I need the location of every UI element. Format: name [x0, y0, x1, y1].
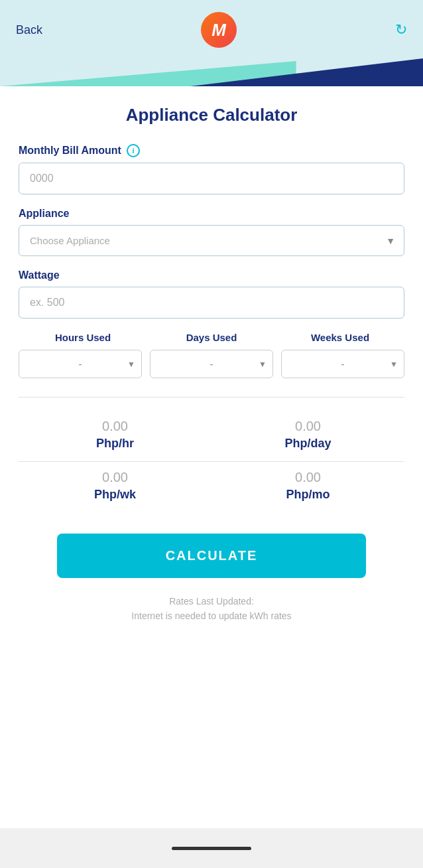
- php-hr-unit: Php/hr: [19, 437, 212, 451]
- php-hr-value: 0.00: [19, 419, 212, 434]
- php-wk-cell: 0.00 Php/wk: [19, 462, 212, 512]
- days-used-label: Days Used: [147, 332, 276, 343]
- app-logo: M: [201, 12, 237, 48]
- php-day-unit: Php/day: [212, 437, 404, 451]
- weeks-used-label: Weeks Used: [276, 332, 404, 343]
- php-mo-value: 0.00: [212, 470, 404, 485]
- home-indicator: [172, 847, 251, 850]
- monthly-bill-label: Monthly Bill Amount i: [19, 144, 404, 157]
- header-wave: [0, 46, 423, 86]
- php-wk-unit: Php/wk: [19, 488, 212, 502]
- php-day-value: 0.00: [212, 419, 404, 434]
- days-select[interactable]: - 123 456 7: [150, 350, 273, 378]
- php-day-cell: 0.00 Php/day: [212, 411, 404, 461]
- appliance-select-wrapper: Choose Appliance Air Conditioner Electri…: [19, 225, 404, 256]
- footer-note: Rates Last Updated: Internet is needed t…: [19, 594, 404, 624]
- results-divider-top: [19, 397, 404, 398]
- calculate-button[interactable]: CALCULATE: [57, 534, 366, 578]
- hours-select-wrapper: - 123 456 7812 24 ▼: [19, 350, 142, 378]
- footer-line2: Internet is needed to update kWh rates: [19, 609, 404, 623]
- refresh-button[interactable]: ↻: [395, 21, 407, 38]
- page-title: Appliance Calculator: [19, 105, 404, 125]
- usage-selects: - 123 456 7812 24 ▼ - 123 456 7 ▼ - 123 …: [19, 350, 404, 378]
- main-content: Appliance Calculator Monthly Bill Amount…: [0, 86, 423, 828]
- weeks-select-wrapper: - 123 4 ▼: [281, 350, 404, 378]
- wattage-input[interactable]: [19, 287, 404, 319]
- results-grid-bottom: 0.00 Php/wk 0.00 Php/mo: [19, 462, 404, 512]
- results-grid-top: 0.00 Php/hr 0.00 Php/day: [19, 411, 404, 461]
- header-nav: Back M ↻: [0, 0, 423, 48]
- hours-used-label: Hours Used: [19, 332, 147, 343]
- php-wk-value: 0.00: [19, 470, 212, 485]
- monthly-bill-label-text: Monthly Bill Amount: [19, 145, 121, 157]
- php-mo-unit: Php/mo: [212, 488, 404, 502]
- appliance-label: Appliance: [19, 208, 404, 220]
- appliance-label-text: Appliance: [19, 208, 69, 220]
- header: Back M ↻: [0, 0, 423, 86]
- logo-letter: M: [212, 21, 226, 38]
- back-button[interactable]: Back: [16, 23, 42, 37]
- monthly-bill-input[interactable]: [19, 163, 404, 194]
- php-hr-cell: 0.00 Php/hr: [19, 411, 212, 461]
- footer-line1: Rates Last Updated:: [19, 594, 404, 609]
- usage-headers: Hours Used Days Used Weeks Used: [19, 332, 404, 343]
- weeks-select[interactable]: - 123 4: [281, 350, 404, 378]
- php-mo-cell: 0.00 Php/mo: [212, 462, 404, 512]
- wattage-label: Wattage: [19, 269, 404, 281]
- wattage-label-text: Wattage: [19, 269, 60, 281]
- info-icon[interactable]: i: [127, 144, 140, 157]
- days-select-wrapper: - 123 456 7 ▼: [150, 350, 273, 378]
- appliance-select[interactable]: Choose Appliance Air Conditioner Electri…: [19, 225, 404, 256]
- hours-select[interactable]: - 123 456 7812 24: [19, 350, 142, 378]
- bottom-bar: [0, 828, 423, 868]
